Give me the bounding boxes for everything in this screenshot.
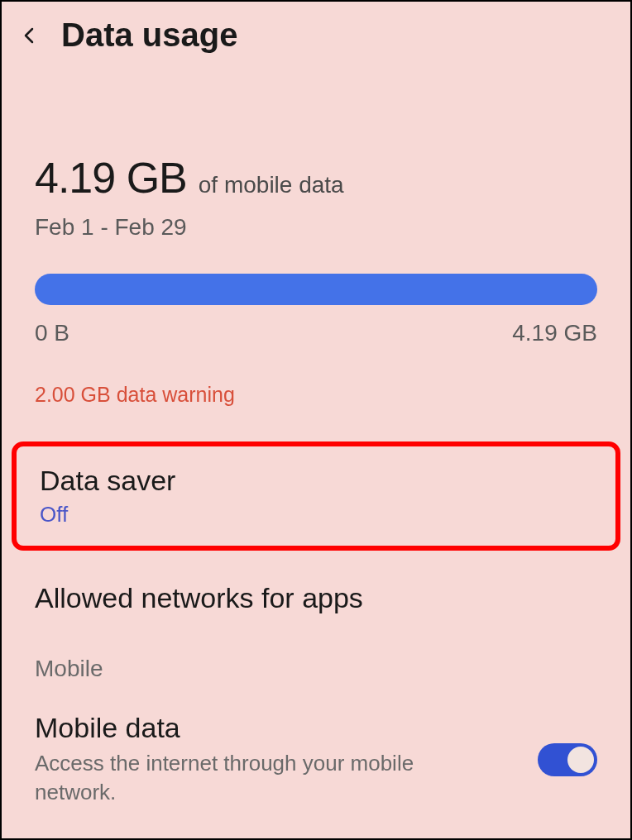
- progress-max-label: 4.19 GB: [512, 320, 597, 346]
- data-saver-title: Data saver: [40, 465, 592, 497]
- usage-summary: 4.19 GB of mobile data Feb 1 - Feb 29 0 …: [2, 62, 630, 423]
- page-title: Data usage: [61, 17, 237, 54]
- data-saver-item[interactable]: Data saver Off: [12, 441, 620, 551]
- mobile-data-description: Access the internet through your mobile …: [35, 749, 481, 807]
- back-icon[interactable]: [18, 24, 41, 47]
- mobile-data-item[interactable]: Mobile data Access the internet through …: [2, 695, 630, 807]
- section-header-mobile: Mobile: [2, 614, 630, 695]
- usage-label: of mobile data: [199, 172, 344, 198]
- usage-progress-container: 0 B 4.19 GB: [35, 274, 597, 346]
- progress-min-label: 0 B: [35, 320, 69, 346]
- usage-progress-bar[interactable]: [35, 274, 597, 305]
- usage-amount-line: 4.19 GB of mobile data: [35, 153, 597, 203]
- mobile-data-title: Mobile data: [35, 712, 521, 744]
- allowed-networks-title: Allowed networks for apps: [35, 582, 597, 614]
- data-warning-label: 2.00 GB data warning: [35, 383, 597, 407]
- usage-amount: 4.19 GB: [35, 153, 187, 203]
- toggle-knob: [567, 747, 594, 773]
- allowed-networks-item[interactable]: Allowed networks for apps: [2, 582, 630, 614]
- data-saver-status: Off: [40, 502, 592, 527]
- mobile-data-text: Mobile data Access the internet through …: [35, 712, 521, 807]
- usage-date-range: Feb 1 - Feb 29: [35, 214, 597, 241]
- mobile-data-toggle[interactable]: [538, 743, 597, 776]
- header: Data usage: [2, 2, 630, 62]
- usage-progress-labels: 0 B 4.19 GB: [35, 320, 597, 346]
